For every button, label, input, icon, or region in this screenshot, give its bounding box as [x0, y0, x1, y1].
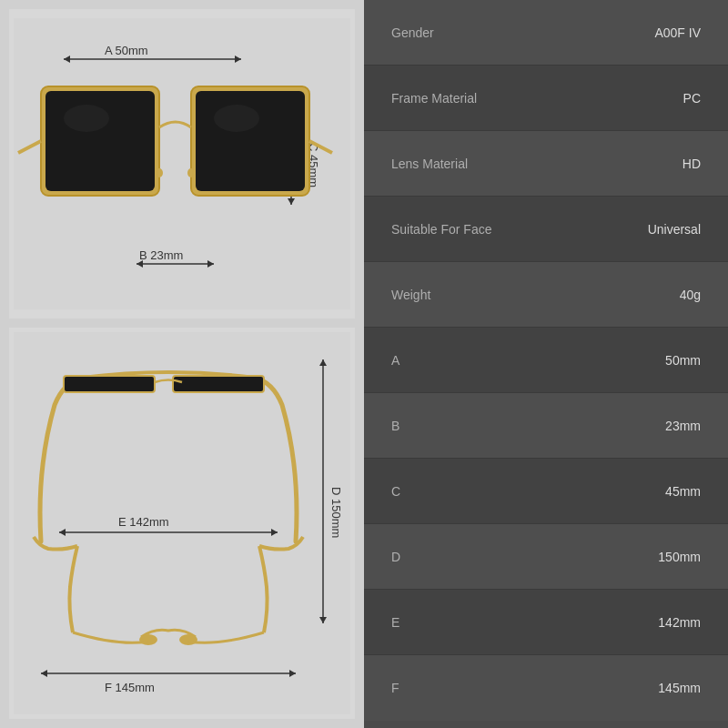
spec-value: 50mm	[665, 353, 701, 368]
spec-value: 40g	[680, 288, 701, 302]
left-panel: A 50mm C 45mm C 45mm B 23mm	[0, 0, 364, 728]
svg-point-23	[156, 168, 163, 177]
svg-rect-19	[196, 91, 305, 191]
spec-row: D150mm	[364, 524, 728, 590]
spec-value: 23mm	[665, 419, 701, 433]
spec-value: HD	[682, 157, 701, 171]
svg-rect-38	[64, 376, 155, 392]
spec-value: 150mm	[658, 550, 701, 564]
spec-label: Gender	[391, 25, 434, 40]
spec-value: Universal	[648, 222, 701, 237]
svg-text:B  23mm: B 23mm	[139, 248, 183, 262]
spec-value: 45mm	[665, 484, 701, 499]
spec-label: Suitable For Face	[391, 222, 492, 237]
spec-row: E142mm	[364, 590, 728, 655]
spec-label: C	[391, 484, 400, 499]
spec-label: D	[391, 550, 400, 564]
right-panel: GenderA00F IVFrame MaterialPCLens Materi…	[364, 0, 728, 728]
spec-label: E	[391, 615, 399, 630]
spec-value: PC	[683, 91, 701, 106]
bottom-diagram: D 150mm E 142mm F 145mm	[9, 328, 355, 719]
back-view-svg: D 150mm E 142mm F 145mm	[14, 332, 350, 714]
svg-text:E  142mm: E 142mm	[118, 515, 169, 529]
spec-row: GenderA00F IV	[364, 0, 728, 66]
svg-rect-16	[46, 91, 155, 191]
top-diagram: A 50mm C 45mm C 45mm B 23mm	[9, 9, 355, 318]
svg-text:D  150mm: D 150mm	[329, 487, 343, 538]
svg-rect-39	[173, 376, 264, 392]
spec-label: Frame Material	[391, 91, 477, 106]
spec-row: Frame MaterialPC	[364, 66, 728, 131]
spec-value: A00F IV	[654, 25, 701, 40]
spec-row: B23mm	[364, 393, 728, 459]
spec-label: F	[391, 681, 399, 695]
svg-point-24	[187, 168, 195, 177]
spec-row: Suitable For FaceUniversal	[364, 197, 728, 262]
svg-point-20	[214, 105, 259, 132]
svg-text:A  50mm: A 50mm	[105, 44, 148, 57]
spec-value: 142mm	[658, 615, 701, 630]
spec-label: B	[391, 419, 399, 433]
spec-label: Lens Material	[391, 157, 468, 171]
spec-row: C45mm	[364, 459, 728, 524]
spec-value: 145mm	[658, 681, 701, 695]
spec-row: A50mm	[364, 328, 728, 393]
front-view-svg: A 50mm C 45mm C 45mm B 23mm	[14, 18, 350, 309]
spec-label: Weight	[391, 288, 430, 302]
spec-label: A	[391, 353, 399, 368]
spec-row: F145mm	[364, 655, 728, 721]
svg-point-17	[64, 105, 109, 132]
spec-row: Weight40g	[364, 262, 728, 328]
spec-row: Lens MaterialHD	[364, 131, 728, 197]
svg-text:F  145mm: F 145mm	[105, 681, 155, 694]
